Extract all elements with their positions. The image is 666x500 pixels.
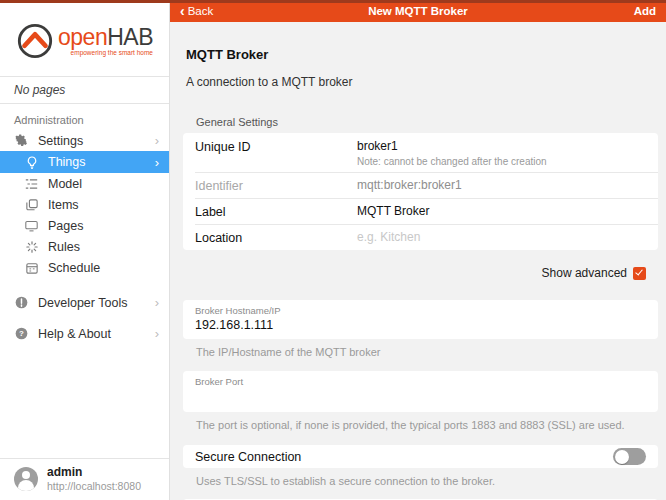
developer-tools-icon	[14, 295, 29, 310]
sidebar-item-label: Schedule	[48, 261, 159, 275]
location-row[interactable]: Location e.g. Kitchen	[183, 224, 658, 250]
copy-pages-icon	[24, 197, 39, 212]
unique-id-note: Note: cannot be changed after the creati…	[357, 156, 646, 167]
secure-connection-card: Secure Connection	[183, 445, 658, 468]
sidebar-item-settings[interactable]: Settings ›	[0, 130, 169, 151]
general-settings-card: Unique ID broker1 Note: cannot be change…	[183, 133, 658, 250]
avatar	[14, 467, 38, 491]
back-button[interactable]: ‹ Back	[180, 4, 213, 18]
thing-type-title: MQTT Broker	[186, 47, 666, 62]
secure-connection-label: Secure Connection	[195, 450, 613, 464]
identifier-value: mqtt:broker:broker1	[357, 178, 646, 192]
location-label: Location	[195, 230, 357, 245]
unique-id-label: Unique ID	[195, 139, 357, 154]
label-input[interactable]: MQTT Broker	[357, 204, 646, 218]
thing-type-description: A connection to a MQTT broker	[186, 75, 666, 89]
show-advanced-checkbox[interactable]	[633, 267, 646, 280]
chevron-right-icon: ›	[155, 327, 159, 340]
user-name: admin	[47, 466, 141, 480]
sidebar-item-label: Rules	[48, 240, 159, 254]
sidebar-item-things[interactable]: Things ›	[0, 151, 169, 173]
general-settings-label: General Settings	[196, 116, 666, 128]
sidebar-item-label: Developer Tools	[38, 296, 155, 310]
sidebar-item-model[interactable]: Model	[0, 173, 169, 194]
sparkle-icon	[24, 239, 39, 254]
location-input[interactable]: e.g. Kitchen	[357, 230, 646, 244]
sidebar-item-items[interactable]: Items	[0, 194, 169, 215]
unique-id-row[interactable]: Unique ID broker1 Note: cannot be change…	[183, 133, 658, 172]
broker-hostname-label: Broker Hostname/IP	[195, 305, 646, 316]
label-field-label: Label	[195, 204, 357, 219]
sidebar-item-label: Items	[48, 198, 159, 212]
chevron-right-icon: ›	[155, 134, 159, 147]
navbar: New MQTT Broker ‹ Back Add	[170, 0, 666, 22]
sidebar-item-help-about[interactable]: ? Help & About ›	[0, 323, 169, 344]
chevron-right-icon: ›	[155, 296, 159, 309]
identifier-row: Identifier mqtt:broker:broker1	[183, 172, 658, 198]
unique-id-input[interactable]: broker1	[357, 139, 646, 153]
administration-section-label: Administration	[0, 104, 169, 130]
sidebar-item-label: Things	[48, 155, 155, 169]
top-accent-strip	[0, 0, 666, 3]
secure-connection-help: Uses TLS/SSL to establish a secure conne…	[196, 475, 658, 487]
monitor-icon	[24, 218, 39, 233]
app-window: openHAB empowering the smart home No pag…	[0, 0, 666, 500]
sidebar-menu: Settings › Things › Model It	[0, 130, 169, 278]
sidebar-item-label: Model	[48, 177, 159, 191]
lightbulb-icon	[24, 155, 39, 170]
main-panel: New MQTT Broker ‹ Back Add MQTT Broker A…	[170, 0, 666, 500]
secure-connection-toggle[interactable]	[613, 448, 646, 465]
no-pages-label: No pages	[0, 76, 169, 104]
sidebar-item-label: Settings	[38, 134, 155, 148]
sidebar-item-pages[interactable]: Pages	[0, 215, 169, 236]
add-button[interactable]: Add	[634, 5, 656, 17]
broker-port-input[interactable]	[195, 389, 646, 406]
broker-port-help: The port is optional, if none is provide…	[196, 419, 658, 431]
chevron-left-icon: ‹	[180, 4, 185, 18]
sidebar: openHAB empowering the smart home No pag…	[0, 0, 170, 500]
broker-port-label: Broker Port	[195, 376, 646, 387]
identifier-label: Identifier	[195, 178, 357, 193]
page-title: New MQTT Broker	[170, 5, 666, 17]
checkmark-icon	[635, 268, 643, 276]
toggle-knob	[615, 450, 629, 464]
sidebar-item-developer-tools[interactable]: Developer Tools ›	[0, 292, 169, 313]
sidebar-item-rules[interactable]: Rules	[0, 236, 169, 257]
broker-hostname-input[interactable]: 192.168.1.111	[195, 318, 646, 333]
openhab-wordmark: openHAB	[58, 26, 153, 48]
broker-port-card[interactable]: Broker Port	[183, 371, 658, 412]
sidebar-item-schedule[interactable]: Schedule	[0, 257, 169, 278]
gear-icon	[14, 133, 29, 148]
sidebar-item-label: Pages	[48, 219, 159, 233]
openhab-logo: openHAB empowering the smart home	[0, 0, 169, 76]
chevron-right-icon: ›	[155, 156, 159, 169]
broker-hostname-card[interactable]: Broker Hostname/IP 192.168.1.111	[183, 300, 658, 339]
calendar-icon	[24, 260, 39, 275]
user-server-url: http://localhost:8080	[47, 480, 141, 492]
show-advanced-row: Show advanced	[170, 266, 646, 280]
sidebar-item-label: Help & About	[38, 327, 155, 341]
broker-hostname-help: The IP/Hostname of the MQTT broker	[196, 346, 658, 358]
help-question-icon: ?	[14, 326, 29, 341]
form-page: MQTT Broker A connection to a MQTT broke…	[170, 22, 666, 500]
show-advanced-label: Show advanced	[542, 266, 627, 280]
label-row[interactable]: Label MQTT Broker	[183, 198, 658, 224]
logo-tagline: empowering the smart home	[58, 49, 153, 56]
svg-text:?: ?	[19, 329, 24, 338]
model-tree-icon	[24, 176, 39, 191]
openhab-logo-mark-icon	[16, 22, 54, 60]
user-account-row[interactable]: admin http://localhost:8080	[0, 458, 169, 500]
